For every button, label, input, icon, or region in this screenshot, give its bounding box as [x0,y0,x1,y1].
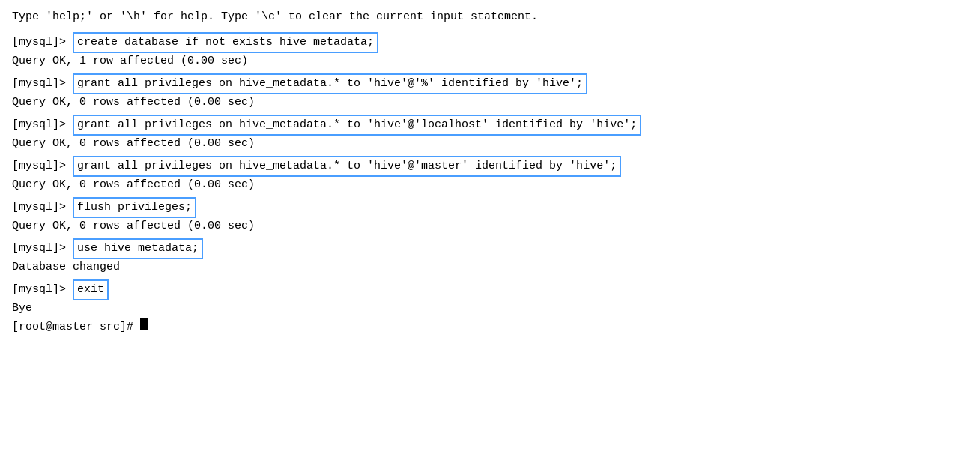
prompt-1: [mysql]> [12,34,73,52]
output-line-5: Query OK, 0 rows affected (0.00 sec) [12,218,968,235]
bye-line: Bye [12,300,968,318]
prompt-2: [mysql]> [12,76,73,93]
command-box-4: grant all privileges on hive_metadata.* … [73,156,621,178]
command-block-3: [mysql]> grant all privileges on hive_me… [12,115,968,153]
prompt-6: [mysql]> [12,240,73,258]
command-box-1: create database if not exists hive_metad… [73,32,378,54]
exit-command-line: [mysql]> exit [12,279,968,301]
prompt-5: [mysql]> [12,199,73,217]
root-prompt-line: [root@master src]# [12,318,968,336]
command-line-2: [mysql]> grant all privileges on hive_me… [12,73,968,95]
command-box-6: use hive_metadata; [73,238,203,260]
command-block-2: [mysql]> grant all privileges on hive_me… [12,73,968,112]
exit-block: [mysql]> exit Bye [root@master src]# [12,279,968,336]
command-block-6: [mysql]> use hive_metadata; Database cha… [12,238,968,276]
command-block-1: [mysql]> create database if not exists h… [12,32,968,70]
exit-prompt: [mysql]> [12,282,73,299]
output-line-2: Query OK, 0 rows affected (0.00 sec) [12,94,968,112]
command-line-1: [mysql]> create database if not exists h… [12,32,968,54]
prompt-3: [mysql]> [12,117,73,134]
command-line-3: [mysql]> grant all privileges on hive_me… [12,115,968,136]
command-line-4: [mysql]> grant all privileges on hive_me… [12,156,968,178]
exit-command-box: exit [73,279,109,301]
command-box-3: grant all privileges on hive_metadata.* … [73,115,641,136]
cursor [140,318,148,330]
command-line-5: [mysql]> flush privileges; [12,197,968,219]
command-line-6: [mysql]> use hive_metadata; [12,238,968,260]
output-line-3: Query OK, 0 rows affected (0.00 sec) [12,136,968,153]
command-box-5: flush privileges; [73,197,196,219]
output-line-4: Query OK, 0 rows affected (0.00 sec) [12,177,968,194]
terminal-window: Type 'help;' or '\h' for help. Type '\c'… [12,9,968,336]
output-line-1: Query OK, 1 row affected (0.00 sec) [12,53,968,70]
command-block-5: [mysql]> flush privileges; Query OK, 0 r… [12,197,968,235]
command-block-4: [mysql]> grant all privileges on hive_me… [12,156,968,194]
output-line-6: Database changed [12,259,968,276]
header-text: Type 'help;' or '\h' for help. Type '\c'… [12,9,968,26]
prompt-4: [mysql]> [12,158,73,175]
command-box-2: grant all privileges on hive_metadata.* … [73,73,587,95]
root-prompt: [root@master src]# [12,319,140,336]
